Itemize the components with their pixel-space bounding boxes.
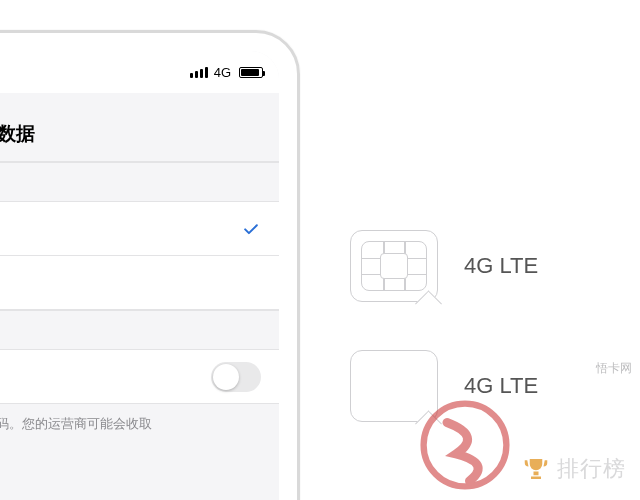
- sim-label: 4G LTE: [464, 253, 538, 279]
- toggle-switch[interactable]: [211, 362, 261, 392]
- network-label: 4G: [214, 65, 231, 80]
- watermark-logo-icon: [420, 400, 510, 490]
- trophy-icon: [521, 454, 551, 484]
- nav-header: 蜂窝移动数据: [0, 93, 279, 162]
- sim-selection-list: 19 23: [0, 202, 279, 310]
- section-gap: [0, 310, 279, 350]
- battery-icon: [239, 67, 263, 78]
- signal-icon: [190, 67, 208, 78]
- list-item[interactable]: 19: [0, 202, 279, 256]
- page-title: 蜂窝移动数据: [0, 121, 259, 147]
- status-bar: 4G: [0, 51, 279, 93]
- watermark-rank-text: 排行榜: [557, 454, 626, 484]
- watermark-rank: 排行榜: [521, 454, 626, 484]
- watermark-brand-text: 悟卡网: [596, 360, 632, 377]
- sim-label: 4G LTE: [464, 373, 538, 399]
- phone-screen: 4G 蜂窝移动数据 19 23 据: [0, 51, 279, 500]
- sim-slot-1: 4G LTE: [350, 230, 538, 302]
- phone-frame: 4G 蜂窝移动数据 19 23 据: [0, 30, 300, 500]
- section-gap: [0, 162, 279, 202]
- list-item[interactable]: 23: [0, 256, 279, 310]
- sim-card-icon: [350, 230, 438, 302]
- footer-note: 蜂窝移动数据号码。您的运营商可能会收取: [0, 404, 279, 444]
- toggle-row[interactable]: 据: [0, 350, 279, 404]
- checkmark-icon: [241, 219, 261, 239]
